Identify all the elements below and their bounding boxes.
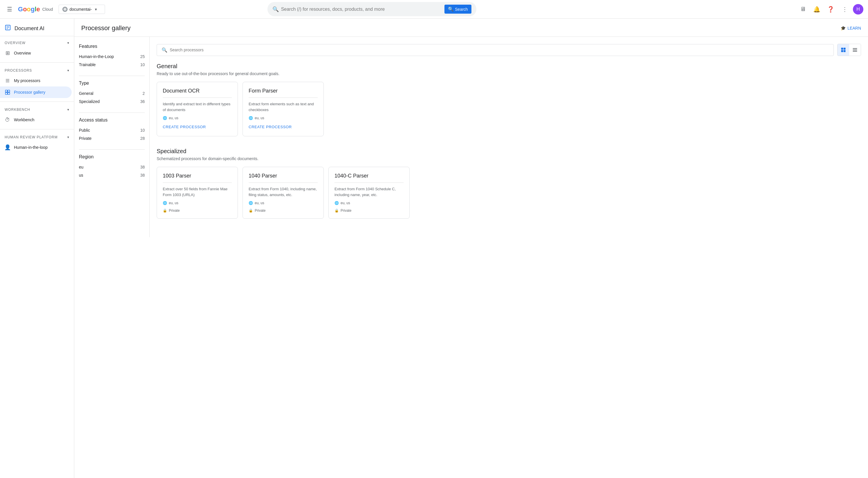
svg-rect-14 <box>841 50 843 52</box>
lock-icon-3: 🔒 <box>335 209 339 213</box>
filter-label-public: Public <box>79 128 90 132</box>
top-nav: ☰ Google Cloud documentai- ▾ 🔍 🔍 Search … <box>0 0 868 19</box>
processor-search-bar: 🔍 <box>157 44 834 56</box>
1040-parser-privacy-label: Private <box>255 209 266 213</box>
sidebar-divider-2 <box>0 101 74 102</box>
cloud-text: Cloud <box>42 7 53 11</box>
sidebar-section-workbench-label[interactable]: Workbench ▾ <box>0 105 74 114</box>
sidebar-section-processors-label[interactable]: Processors ▾ <box>0 66 74 75</box>
filter-item-specialized[interactable]: Specialized 36 <box>79 97 145 105</box>
project-dropdown-icon[interactable]: ▾ <box>95 7 97 11</box>
1040-parser-region-label: eu, us <box>255 201 264 205</box>
general-section-title: General <box>157 63 861 70</box>
1003-parser-region-label: eu, us <box>169 201 178 205</box>
filter-label-general: General <box>79 91 93 96</box>
list-view-button[interactable] <box>849 44 861 56</box>
filter-item-trainable[interactable]: Trainable 10 <box>79 61 145 69</box>
svg-rect-16 <box>853 48 857 49</box>
learn-button[interactable]: 🎓 LEARN <box>841 26 861 30</box>
filter-item-private[interactable]: Private 28 <box>79 134 145 142</box>
create-processor-btn-form[interactable]: CREATE PROCESSOR <box>249 124 318 130</box>
more-options-icon-btn[interactable]: ⋮ <box>839 3 850 15</box>
monitor-icon-btn[interactable]: 🖥 <box>797 3 809 15</box>
user-avatar[interactable]: H <box>853 4 863 14</box>
1003-parser-privacy: 🔒 Private <box>163 209 232 213</box>
learn-icon: 🎓 <box>841 26 846 30</box>
hamburger-menu[interactable]: ☰ <box>5 3 14 15</box>
filter-panel: Features Human-in-the-Loop 25 Trainable … <box>74 37 150 237</box>
global-search-container: 🔍 🔍 Search <box>268 2 476 16</box>
sidebar-item-processor-gallery[interactable]: Processor gallery <box>0 87 72 98</box>
1040c-parser-privacy-label: Private <box>341 209 351 213</box>
learn-label: LEARN <box>847 26 861 30</box>
filter-label-trainable: Trainable <box>79 62 96 67</box>
project-selector[interactable]: documentai- ▾ <box>59 5 105 14</box>
svg-rect-11 <box>8 93 10 95</box>
sidebar: Document AI Overview ▾ ⊞ Overview Proces… <box>0 19 74 478</box>
specialized-processor-grid: 1003 Parser Extract over 50 fields from … <box>157 167 861 219</box>
form-parser-desc: Extract form elements such as text and c… <box>249 101 318 113</box>
filter-section-type: Type General 2 Specialized 36 <box>79 81 145 105</box>
sidebar-item-overview[interactable]: ⊞ Overview <box>0 47 72 59</box>
card-divider <box>163 97 232 98</box>
filter-count-us: 38 <box>140 173 145 178</box>
form-parser-region: 🌐 eu, us <box>249 116 318 120</box>
google-cloud-logo[interactable]: Google Cloud <box>18 5 53 13</box>
create-processor-btn-ocr[interactable]: CREATE PROCESSOR <box>163 124 232 130</box>
grid-view-button[interactable] <box>838 44 849 56</box>
main-content: Processor gallery 🎓 LEARN Features Human… <box>74 19 868 478</box>
sidebar-app-title: Document AI <box>14 26 44 32</box>
help-icon-btn[interactable]: ❓ <box>825 3 837 15</box>
processor-search-input[interactable] <box>170 47 829 52</box>
sidebar-item-workbench[interactable]: ⏱ Workbench <box>0 114 72 126</box>
filter-label-human-in-loop: Human-in-the-Loop <box>79 54 114 59</box>
project-name: documentai- <box>69 7 92 11</box>
sidebar-section-overview-label[interactable]: Overview ▾ <box>0 39 74 47</box>
document-ocr-title: Document OCR <box>163 88 232 94</box>
sidebar-section-overview: Overview ▾ ⊞ Overview <box>0 36 74 61</box>
filter-item-eu[interactable]: eu 38 <box>79 163 145 171</box>
sidebar-item-my-processors-label: My processors <box>14 78 40 83</box>
filter-count-private: 28 <box>140 136 145 141</box>
filter-item-human-in-loop[interactable]: Human-in-the-Loop 25 <box>79 53 145 61</box>
filter-label-private: Private <box>79 136 92 141</box>
sidebar-item-overview-label: Overview <box>14 51 31 55</box>
sidebar-app-header: Document AI <box>0 21 74 36</box>
sidebar-section-human-review-label[interactable]: Human Review Platform ▾ <box>0 133 74 141</box>
filter-label-eu: eu <box>79 165 84 169</box>
main-header: Processor gallery 🎓 LEARN <box>74 19 868 37</box>
sidebar-divider-3 <box>0 129 74 129</box>
processor-gallery-icon <box>5 89 10 95</box>
globe-icon-5: 🌐 <box>335 201 339 205</box>
overview-icon: ⊞ <box>5 50 10 56</box>
filter-item-us[interactable]: us 38 <box>79 171 145 179</box>
1003-parser-region: 🌐 eu, us <box>163 201 232 205</box>
notifications-icon-btn[interactable]: 🔔 <box>811 3 823 15</box>
sidebar-item-human-in-the-loop[interactable]: 👤 Human-in-the-loop <box>0 141 72 153</box>
document-ocr-region: 🌐 eu, us <box>163 116 232 120</box>
1040c-parser-region-label: eu, us <box>341 201 350 205</box>
svg-rect-17 <box>853 50 857 50</box>
card-divider-2 <box>249 97 318 98</box>
1040-parser-privacy: 🔒 Private <box>249 209 318 213</box>
search-button[interactable]: 🔍 Search <box>444 5 471 13</box>
filter-item-general[interactable]: General 2 <box>79 89 145 97</box>
1040-parser-desc: Extract from Form 1040, including name, … <box>249 186 318 197</box>
processor-search-icon: 🔍 <box>162 47 167 53</box>
gallery-search-row: 🔍 <box>157 44 861 56</box>
filter-item-public[interactable]: Public 10 <box>79 126 145 134</box>
globe-icon: 🌐 <box>163 116 167 120</box>
filter-count-eu: 38 <box>140 165 145 169</box>
1040c-parser-desc: Extract from Form 1040 Schedule C, inclu… <box>335 186 404 197</box>
content-area: Features Human-in-the-Loop 25 Trainable … <box>74 37 868 237</box>
sidebar-item-my-processors[interactable]: My processors <box>0 75 72 87</box>
svg-rect-12 <box>841 48 843 50</box>
section-collapse-icon: ▾ <box>67 41 69 45</box>
global-search-input[interactable] <box>281 7 442 12</box>
filter-count-specialized: 36 <box>140 99 145 104</box>
filter-title-access-status: Access status <box>79 118 145 123</box>
lock-icon: 🔒 <box>163 209 167 213</box>
nav-actions: 🖥 🔔 ❓ ⋮ H <box>797 3 863 15</box>
section-collapse-icon-4: ▾ <box>67 135 69 139</box>
my-processors-icon <box>5 78 10 84</box>
